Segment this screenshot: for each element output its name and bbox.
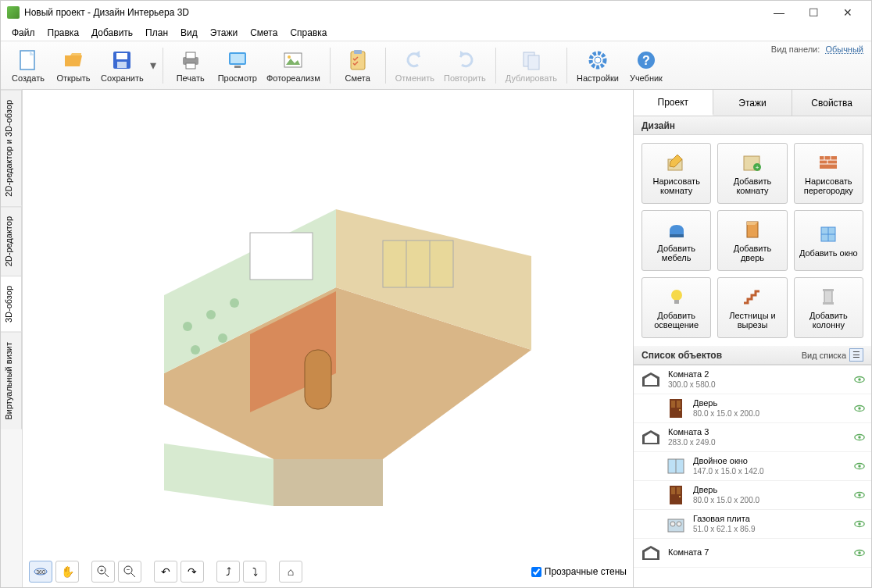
rotate-right-button[interactable]: ↷ [180, 561, 204, 583]
transparent-walls-input[interactable] [531, 567, 541, 577]
btn-draw-room[interactable]: Нарисовать комнату [641, 143, 711, 204]
toolbar-photoreal[interactable]: Фотореализм [263, 44, 323, 87]
home-view-button[interactable]: ⌂ [279, 561, 302, 583]
menu-file[interactable]: Файл [5, 26, 41, 40]
svg-point-21 [595, 57, 601, 63]
zoom-in-button[interactable]: + [91, 561, 115, 583]
menu-view[interactable]: Вид [174, 26, 204, 40]
folder-open-icon [62, 48, 85, 72]
svg-point-64 [671, 290, 682, 301]
object-dims: 300.0 x 580.0 [668, 380, 848, 390]
add-room-icon: + [741, 151, 764, 173]
window-icon [665, 455, 687, 477]
floor-plan-3d [109, 123, 547, 529]
chair-icon [665, 219, 688, 241]
close-button[interactable]: ✕ [831, 2, 865, 23]
rtab-floors[interactable]: Этажи [713, 90, 793, 116]
btn-add-room[interactable]: +Добавить комнату [717, 143, 787, 204]
svg-rect-34 [305, 350, 331, 409]
visibility-toggle[interactable] [854, 462, 865, 470]
btn-add-furniture[interactable]: Добавить мебель [641, 210, 711, 271]
object-name: Комната 7 [668, 547, 848, 558]
btn-add-window[interactable]: Добавить окно [794, 210, 863, 271]
toolbar-create[interactable]: Создать [7, 44, 49, 87]
menu-edit[interactable]: Правка [41, 26, 86, 40]
visibility-toggle[interactable] [854, 520, 865, 528]
menu-help[interactable]: Справка [284, 26, 333, 40]
room-icon [640, 542, 662, 564]
svg-point-78 [858, 407, 861, 410]
toolbar-duplicate[interactable]: Дублировать [502, 44, 560, 87]
btn-add-light[interactable]: Добавить освещение [641, 277, 711, 338]
viewport-3d[interactable]: 360 ✋ + − ↶ ↷ ⤴ ⤵ ⌂ Прозрачные стены [23, 90, 633, 587]
visibility-toggle[interactable] [854, 404, 865, 412]
svg-point-76 [679, 409, 681, 411]
toolbar-print[interactable]: Печать [170, 44, 212, 87]
menubar: Файл Правка Добавить План Вид Этажи Смет… [1, 24, 871, 41]
toolbar-estimate[interactable]: Смета [337, 44, 379, 87]
toolbar-save[interactable]: Сохранить [98, 44, 147, 87]
object-row[interactable]: Комната 2300.0 x 580.0 [634, 365, 871, 394]
btn-draw-partition[interactable]: Нарисовать перегородку [794, 143, 863, 204]
panel-mode-link[interactable]: Обычный [825, 45, 863, 54]
toolbar-redo[interactable]: Повторить [441, 44, 489, 87]
svg-rect-4 [117, 62, 127, 68]
object-row[interactable]: Двойное окно147.0 x 15.0 x 142.0 [634, 452, 871, 481]
vtab-virtual[interactable]: Виртуальный визит [1, 332, 22, 429]
toolbar-preview[interactable]: Просмотр [215, 44, 260, 87]
zoom-out-button[interactable]: − [118, 561, 141, 583]
vtab-2d[interactable]: 2D-редактор [1, 206, 22, 276]
monitor-icon [226, 48, 249, 72]
svg-marker-17 [460, 51, 465, 57]
toolbar-settings[interactable]: Настройки [574, 44, 622, 87]
object-row[interactable]: Газовая плита51.0 x 62.1 x 86.9 [634, 510, 871, 539]
undo-icon [403, 48, 427, 72]
menu-add[interactable]: Добавить [85, 26, 139, 40]
list-view-icon[interactable]: ☰ [849, 348, 863, 362]
maximize-button[interactable]: ☐ [796, 2, 831, 23]
object-row[interactable]: Дверь80.0 x 15.0 x 200.0 [634, 481, 871, 510]
bulb-icon [665, 286, 688, 308]
menu-plan[interactable]: План [139, 26, 174, 40]
minimize-button[interactable]: — [762, 2, 796, 23]
visibility-toggle[interactable] [854, 491, 865, 499]
btn-stairs[interactable]: Лестницы и вырезы [717, 277, 787, 338]
rtab-properties[interactable]: Свойства [792, 90, 871, 116]
clipboard-icon [346, 48, 370, 72]
save-dropdown[interactable]: ▾ [148, 58, 158, 73]
object-row[interactable]: Дверь80.0 x 15.0 x 200.0 [634, 394, 871, 423]
vtab-3d[interactable]: 3D-обзор [1, 276, 22, 332]
toolbar-open[interactable]: Открыть [52, 44, 95, 87]
toolbar-undo[interactable]: Отменить [392, 44, 438, 87]
menu-estimate[interactable]: Смета [244, 26, 284, 40]
svg-rect-74 [671, 401, 675, 408]
svg-point-38 [191, 345, 200, 355]
visibility-toggle[interactable] [854, 433, 865, 441]
btn-add-column[interactable]: Добавить колонну [794, 277, 863, 338]
svg-rect-9 [231, 54, 245, 63]
right-panel: Проект Этажи Свойства Дизайн Нарисовать … [633, 90, 871, 587]
toolbar-tutorial[interactable]: ? Учебник [625, 44, 667, 87]
tilt-up-button[interactable]: ⤴ [216, 561, 240, 583]
design-header: Дизайн [634, 116, 871, 135]
btn-add-door[interactable]: Добавить дверь [717, 210, 787, 271]
visibility-toggle[interactable] [854, 376, 865, 383]
rotate-left-button[interactable]: ↶ [154, 561, 177, 583]
rtab-project[interactable]: Проект [634, 90, 713, 116]
svg-point-97 [858, 522, 861, 526]
scene-3d[interactable] [29, 96, 627, 556]
tilt-down-button[interactable]: ⤵ [243, 561, 266, 583]
svg-point-86 [858, 465, 861, 468]
object-row[interactable]: Комната 3283.0 x 249.0 [634, 423, 871, 452]
rotate-360-button[interactable]: 360 [29, 561, 52, 583]
transparent-walls-checkbox[interactable]: Прозрачные стены [531, 566, 627, 577]
vtab-2d-3d[interactable]: 2D-редактор и 3D-обзор [1, 90, 22, 206]
pan-button[interactable]: ✋ [55, 561, 79, 583]
svg-marker-16 [415, 51, 420, 57]
visibility-toggle[interactable] [854, 549, 865, 557]
objlist-header: Список объектов Вид списка ☰ [634, 346, 871, 365]
svg-rect-65 [674, 300, 679, 304]
svg-rect-75 [677, 401, 681, 408]
object-row[interactable]: Комната 7 [634, 539, 871, 568]
menu-floors[interactable]: Этажи [204, 26, 244, 40]
